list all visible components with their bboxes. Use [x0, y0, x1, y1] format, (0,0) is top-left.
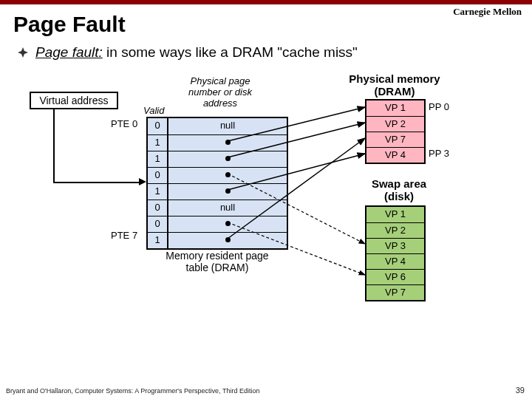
addr-cell — [168, 216, 287, 232]
pointer-dot-icon — [225, 237, 231, 242]
bullet-rest: in some ways like a DRAM "cache miss" — [103, 44, 358, 60]
addr-cell — [168, 168, 287, 183]
connector-line — [53, 182, 140, 183]
footer-citation: Bryant and O'Hallaron, Computer Systems:… — [6, 387, 259, 395]
addr-cell — [168, 151, 287, 167]
slide-title: Page Fault — [0, 4, 532, 38]
pm-header: Physical memory (DRAM) — [343, 72, 446, 98]
valid-cell: 1 — [148, 151, 168, 167]
virtual-address-box: Virtual address — [30, 92, 118, 109]
pointer-dot-icon — [225, 188, 231, 194]
valid-cell: 0 — [148, 168, 168, 183]
valid-cell: 1 — [148, 135, 168, 151]
bullet-emph: Page fault: — [35, 44, 103, 60]
page-number: 39 — [516, 386, 525, 395]
table-row: 0 — [148, 216, 287, 232]
swap-row: VP 2 — [366, 222, 424, 238]
pointer-dot-icon — [225, 221, 231, 226]
pm-row: VP 2 — [366, 116, 424, 132]
arrow-icon — [139, 178, 146, 185]
pm-table: VP 1VP 2VP 7VP 4 — [365, 99, 426, 164]
table-row: 1 — [148, 183, 287, 200]
addr-cell — [168, 233, 287, 248]
swap-row: VP 3 — [366, 238, 424, 253]
pm-row: VP 4 — [366, 147, 424, 163]
pm-row: VP 1 — [366, 100, 424, 116]
diagram: Virtual address PTE 0 PTE 7 Valid Physic… — [0, 68, 532, 349]
cmu-brand: Carnegie Mellon — [453, 6, 522, 18]
bullet-icon — [18, 47, 28, 58]
table-row: 1 — [148, 134, 287, 151]
pm-row: VP 7 — [366, 132, 424, 147]
valid-cell: 1 — [148, 184, 168, 200]
table-row: 1 — [148, 232, 287, 248]
table-row: 0null — [148, 118, 287, 134]
pointer-dot-icon — [225, 140, 231, 145]
bullet-text: Page fault: in some ways like a DRAM "ca… — [35, 44, 358, 61]
table-row: 0 — [148, 167, 287, 183]
connector-line — [53, 109, 55, 182]
page-table: 0null11010null01 — [146, 117, 288, 250]
valid-cell: 1 — [148, 233, 168, 248]
addr-cell — [168, 184, 287, 200]
table-row: 0null — [148, 200, 287, 216]
swap-row: VP 7 — [366, 284, 424, 300]
addr-cell: null — [168, 118, 287, 134]
pp3-label: PP 3 — [429, 148, 449, 159]
col-phys-header: Physical page number or disk address — [176, 75, 265, 109]
swap-table: VP 1VP 2VP 3VP 4VP 6VP 7 — [365, 205, 426, 301]
mem-resident-caption: Memory resident page table (DRAM) — [158, 250, 276, 273]
col-valid-header: Valid — [143, 105, 164, 116]
table-row: 1 — [148, 151, 287, 167]
swap-header: Swap area (disk) — [362, 177, 436, 202]
pte0-label: PTE 0 — [111, 118, 137, 129]
valid-cell: 0 — [148, 118, 168, 134]
valid-cell: 0 — [148, 200, 168, 216]
pp0-label: PP 0 — [429, 101, 449, 112]
addr-cell: null — [168, 200, 287, 216]
valid-cell: 0 — [148, 216, 168, 232]
swap-row: VP 4 — [366, 253, 424, 269]
pointer-dot-icon — [225, 172, 231, 177]
addr-cell — [168, 135, 287, 151]
bullet-row: Page fault: in some ways like a DRAM "ca… — [0, 38, 532, 62]
pte7-label: PTE 7 — [111, 230, 137, 241]
swap-row: VP 1 — [366, 207, 424, 222]
pointer-dot-icon — [225, 156, 231, 161]
swap-row: VP 6 — [366, 269, 424, 284]
